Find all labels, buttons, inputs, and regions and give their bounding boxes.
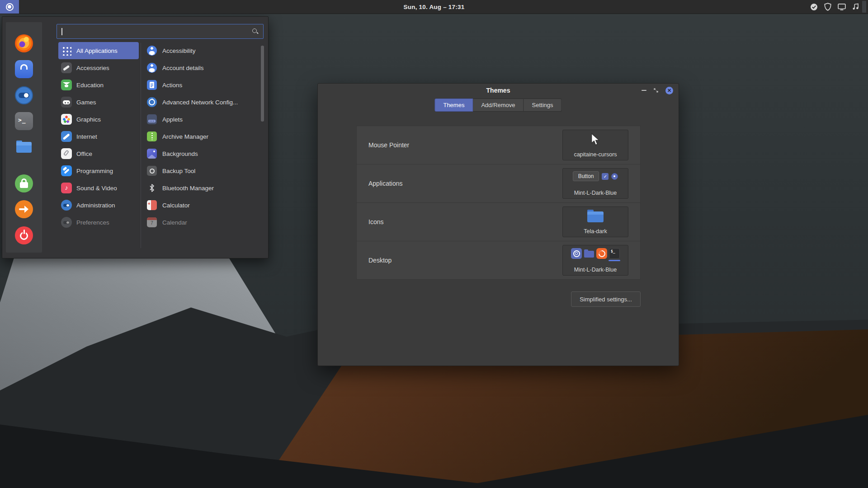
search-input[interactable] — [61, 26, 248, 37]
category-education[interactable]: Education — [58, 76, 139, 94]
toggle-icon — [61, 200, 72, 211]
category-internet[interactable]: Internet — [58, 128, 139, 145]
person-icon — [147, 46, 157, 56]
category-preferences[interactable]: Preferences — [58, 214, 139, 231]
folder-mini-icon — [584, 248, 594, 259]
lock-screen-icon[interactable] — [15, 174, 33, 192]
row-icons: Icons Tela-dark — [357, 203, 640, 241]
firefox-icon[interactable] — [15, 34, 33, 52]
app-calculator[interactable]: Calculator — [145, 197, 261, 214]
panel-clock[interactable]: Sun, 10. Aug – 17:31 — [0, 0, 868, 14]
software-manager-icon[interactable] — [15, 60, 33, 78]
app-backgrounds[interactable]: Backgrounds — [145, 145, 261, 162]
tab-bar: Themes Add/Remove Settings — [434, 99, 561, 112]
feather-icon — [61, 131, 72, 142]
system-tray — [810, 0, 860, 14]
row-label: Icons — [368, 203, 383, 241]
theme-settings-list: Mouse Pointer capitaine-cursors Applicat… — [356, 126, 641, 280]
show-desktop-strip[interactable] — [862, 1, 866, 13]
category-graphics[interactable]: Graphics — [58, 111, 139, 128]
app-accessibility[interactable]: Accessibility — [145, 42, 261, 59]
category-label: Administration — [76, 202, 115, 209]
app-advanced-network-config[interactable]: Advanced Network Config... — [145, 94, 261, 111]
toggle-icon — [61, 217, 72, 228]
mint-logo-mini-icon — [571, 248, 582, 259]
system-settings-icon[interactable] — [15, 86, 33, 104]
category-label: Graphics — [76, 116, 101, 123]
simplified-settings-button[interactable]: Simplified settings... — [571, 291, 641, 307]
mouse-pointer-theme-picker[interactable]: capitaine-cursors — [562, 130, 628, 160]
search-box — [57, 24, 264, 39]
app-account-details[interactable]: Account details — [145, 59, 261, 76]
minimize-button[interactable] — [642, 90, 646, 91]
preview-button: Button — [573, 171, 599, 181]
category-label: Games — [76, 99, 96, 106]
category-label: Accessories — [76, 65, 109, 71]
app-label: Account details — [162, 65, 204, 71]
app-label: Accessibility — [162, 47, 196, 54]
music-note-icon — [61, 183, 72, 193]
bluetooth-icon — [147, 183, 157, 193]
application-menu: All Applications Accessories Education G… — [2, 16, 269, 258]
app-calendar[interactable]: Calendar — [145, 214, 261, 231]
category-office[interactable]: Office — [58, 145, 139, 162]
app-applets[interactable]: Applets — [145, 111, 261, 128]
category-programming[interactable]: Programming — [58, 162, 139, 179]
desktop-theme-picker[interactable]: Mint-L-Dark-Blue — [562, 245, 628, 276]
folder-icon — [563, 210, 628, 222]
calculator-icon — [147, 200, 157, 210]
updates-ok-icon[interactable] — [810, 3, 818, 11]
window-titlebar[interactable]: Themes ✕ — [318, 84, 679, 97]
hammer-icon — [61, 165, 72, 176]
files-icon[interactable] — [15, 138, 33, 156]
category-label: Office — [76, 150, 92, 157]
window-title: Themes — [318, 84, 679, 97]
apps-scrollbar[interactable] — [261, 46, 264, 122]
app-archive-manager[interactable]: Archive Manager — [145, 128, 261, 145]
terminal-icon[interactable] — [15, 112, 33, 130]
theme-name: Mint-L-Dark-Blue — [574, 267, 617, 273]
app-label: Backgrounds — [162, 150, 198, 157]
maximize-button[interactable] — [654, 88, 658, 93]
category-label: Sound & Video — [76, 185, 117, 192]
firefox-mini-icon — [596, 248, 607, 259]
logout-icon[interactable] — [15, 200, 33, 218]
firewall-shield-icon[interactable] — [824, 3, 832, 11]
app-actions[interactable]: Actions — [145, 76, 261, 94]
terminal-mini-icon — [609, 248, 620, 259]
app-label: Backup Tool — [162, 168, 195, 174]
row-applications: Applications Button Mint-L-Dark-Blue — [357, 164, 640, 203]
preview-checkbox-icon — [602, 173, 609, 180]
tab-add-remove[interactable]: Add/Remove — [473, 99, 524, 112]
close-button[interactable]: ✕ — [665, 87, 673, 94]
media-player-icon[interactable] — [852, 3, 860, 11]
app-label: Actions — [162, 82, 182, 89]
app-label: Advanced Network Config... — [162, 99, 238, 106]
row-mouse-pointer: Mouse Pointer capitaine-cursors — [357, 126, 640, 164]
shutdown-icon[interactable] — [15, 226, 33, 244]
utility-icon — [61, 62, 72, 73]
window-controls: ✕ — [642, 84, 673, 97]
display-icon[interactable] — [838, 3, 846, 11]
category-label: Programming — [76, 168, 113, 174]
grid-icon — [61, 46, 71, 56]
category-list: All Applications Accessories Education G… — [58, 42, 139, 231]
theme-name: Tela-dark — [584, 228, 607, 235]
category-label: All Applications — [76, 47, 118, 54]
tab-themes[interactable]: Themes — [434, 99, 473, 112]
preview-radio-icon — [611, 173, 618, 180]
app-backup-tool[interactable]: Backup Tool — [145, 162, 261, 179]
applications-theme-picker[interactable]: Button Mint-L-Dark-Blue — [562, 168, 628, 199]
app-label: Bluetooth Manager — [162, 185, 214, 192]
tab-settings[interactable]: Settings — [524, 99, 562, 112]
wallpaper-icon — [147, 149, 157, 159]
icons-theme-picker[interactable]: Tela-dark — [562, 206, 628, 237]
category-sound-video[interactable]: Sound & Video — [58, 179, 139, 197]
category-games[interactable]: Games — [58, 94, 139, 111]
theme-name: capitaine-cursors — [574, 151, 617, 158]
category-accessories[interactable]: Accessories — [58, 59, 139, 76]
category-all-applications[interactable]: All Applications — [58, 42, 139, 59]
app-bluetooth-manager[interactable]: Bluetooth Manager — [145, 179, 261, 197]
category-administration[interactable]: Administration — [58, 197, 139, 214]
app-label: Applets — [162, 116, 183, 123]
